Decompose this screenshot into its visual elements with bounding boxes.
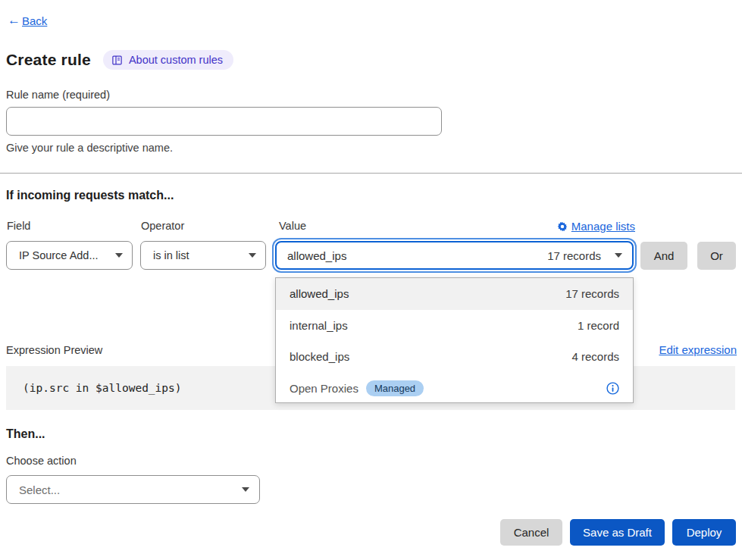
and-button[interactable]: And: [640, 242, 687, 270]
back-label: Back: [22, 14, 47, 27]
value-select[interactable]: allowed_ips 17 records: [275, 241, 634, 270]
back-link[interactable]: ← Back: [8, 13, 47, 28]
list-option-allowed-ips[interactable]: allowed_ips 17 records: [276, 278, 633, 310]
list-option-open-proxies[interactable]: Open Proxies Managed: [276, 373, 633, 405]
section-divider: [0, 173, 742, 174]
edit-expression-link[interactable]: Edit expression: [659, 343, 737, 356]
rule-name-label: Rule name (required): [6, 89, 110, 101]
manage-lists-label: Manage lists: [571, 220, 635, 233]
managed-badge: Managed: [366, 380, 424, 396]
manage-lists-link[interactable]: Manage lists: [557, 220, 635, 233]
field-label: Field: [7, 220, 30, 232]
info-icon[interactable]: [606, 382, 619, 395]
operator-select[interactable]: is in list: [140, 241, 266, 270]
field-select-value: IP Source Add...: [19, 249, 115, 261]
list-option-name: internal_ips: [290, 319, 348, 332]
then-section-heading: Then...: [6, 427, 45, 441]
action-select-placeholder: Select...: [19, 483, 242, 496]
title-row: Create rule About custom rules: [6, 50, 233, 70]
list-option-name: allowed_ips: [290, 287, 349, 300]
book-icon: [111, 55, 123, 66]
list-option-internal-ips[interactable]: internal_ips 1 record: [276, 310, 633, 342]
list-option-count: 1 record: [578, 319, 619, 332]
chevron-down-icon: [615, 253, 622, 258]
list-dropdown-menu: allowed_ips 17 records internal_ips 1 re…: [275, 277, 634, 403]
page-title: Create rule: [6, 51, 91, 69]
chevron-down-icon: [249, 253, 256, 258]
list-option-count: 17 records: [565, 287, 619, 300]
create-rule-page: ← Back Create rule About custom rules Ru…: [0, 0, 742, 560]
about-custom-rules-badge[interactable]: About custom rules: [103, 50, 233, 70]
save-as-draft-button[interactable]: Save as Draft: [570, 519, 665, 546]
or-button[interactable]: Or: [697, 242, 736, 270]
deploy-button[interactable]: Deploy: [672, 519, 736, 546]
rule-name-helper-text: Give your rule a descriptive name.: [6, 142, 173, 154]
cancel-button[interactable]: Cancel: [500, 519, 562, 546]
list-option-blocked-ips[interactable]: blocked_ips 4 records: [276, 341, 633, 373]
choose-action-label: Choose action: [6, 455, 77, 467]
list-option-name: blocked_ips: [290, 350, 349, 363]
operator-select-value: is in list: [153, 249, 249, 261]
action-select[interactable]: Select...: [6, 475, 260, 504]
expression-code: (ip.src in $allowed_ips): [23, 382, 182, 394]
value-select-count: 17 records: [547, 249, 615, 262]
match-section-heading: If incoming requests match...: [6, 189, 174, 202]
expression-preview-label: Expression Preview: [6, 344, 102, 356]
value-select-name: allowed_ips: [287, 249, 346, 262]
chevron-down-icon: [115, 253, 123, 258]
about-badge-label: About custom rules: [129, 54, 223, 66]
list-option-name: Open Proxies: [290, 382, 358, 395]
value-label: Value: [279, 220, 306, 232]
operator-label: Operator: [141, 220, 184, 232]
gear-icon: [557, 221, 568, 232]
list-option-count: 4 records: [571, 350, 619, 363]
rule-name-input[interactable]: [6, 107, 442, 136]
field-select[interactable]: IP Source Add...: [6, 241, 133, 270]
chevron-down-icon: [242, 487, 249, 492]
back-arrow-icon: ←: [8, 13, 20, 28]
